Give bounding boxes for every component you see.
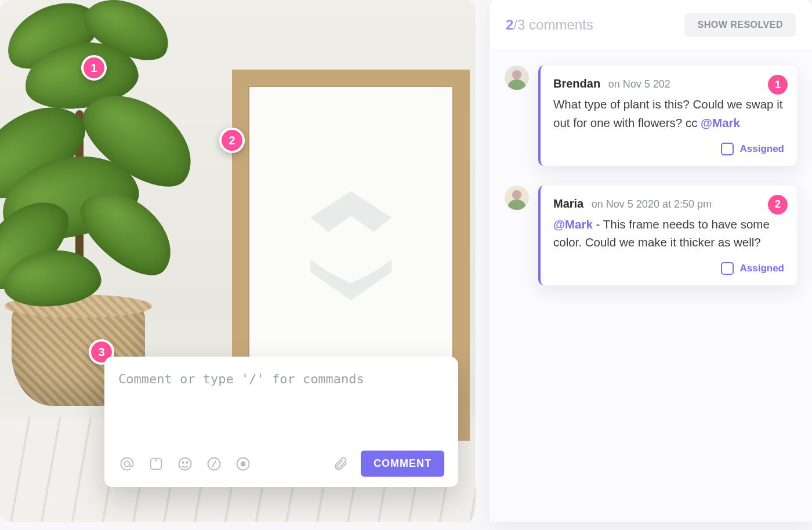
comment-meta: Maria on Nov 5 2020 at 2:50 pm [553, 197, 784, 210]
annotation-pin-2[interactable]: 2 [219, 128, 245, 153]
assigned-label: Assigned [740, 263, 784, 274]
comment-body: @Mark - This frame needs to have some co… [553, 215, 784, 252]
record-icon[interactable] [234, 455, 252, 473]
emoji-icon[interactable] [176, 455, 194, 473]
comments-panel: 2/3 comments SHOW RESOLVED 1 Brendan on … [490, 0, 812, 522]
mention[interactable]: @Mark [701, 116, 740, 129]
assigned-row: Assigned [553, 262, 784, 275]
mention[interactable]: @Mark [553, 217, 593, 231]
annotation-pin-1[interactable]: 1 [81, 55, 107, 81]
svg-point-7 [241, 462, 245, 466]
comments-list: 1 Brendan on Nov 5 202 What type of plan… [490, 50, 812, 522]
comment-item: 1 Brendan on Nov 5 202 What type of plan… [505, 66, 797, 166]
slash-command-icon[interactable] [205, 455, 223, 473]
svg-point-4 [186, 462, 187, 463]
comment-author: Brendan [553, 77, 600, 90]
comment-input[interactable] [118, 372, 444, 451]
comments-header: 2/3 comments SHOW RESOLVED [490, 0, 812, 50]
comment-card[interactable]: 1 Brendan on Nov 5 202 What type of plan… [538, 66, 797, 166]
comment-meta: Brendan on Nov 5 202 [553, 77, 784, 90]
proof-image-panel: 1 2 3 COMMENT [0, 0, 476, 522]
svg-point-0 [124, 461, 129, 466]
comment-author: Maria [553, 197, 583, 210]
comment-pin-badge[interactable]: 2 [768, 195, 788, 215]
avatar[interactable] [505, 186, 529, 210]
avatar[interactable] [505, 66, 529, 90]
comment-composer: COMMENT [104, 357, 458, 487]
count-current: 2 [506, 17, 513, 32]
mention-icon[interactable] [118, 455, 136, 473]
show-resolved-button[interactable]: SHOW RESOLVED [684, 13, 796, 37]
task-icon[interactable] [147, 455, 165, 473]
svg-point-3 [182, 462, 183, 463]
comment-pin-badge[interactable]: 1 [768, 75, 788, 95]
comment-body: What type of plant is this? Could we swa… [553, 95, 784, 132]
assigned-row: Assigned [553, 143, 784, 155]
comment-date: on Nov 5 2020 at 2:50 pm [592, 198, 712, 210]
count-total: 3 comments [517, 17, 593, 32]
comment-date: on Nov 5 202 [608, 78, 670, 90]
assigned-label: Assigned [740, 143, 784, 155]
composer-toolbar: COMMENT [118, 451, 444, 477]
assigned-checkbox[interactable] [721, 143, 734, 155]
submit-comment-button[interactable]: COMMENT [361, 451, 444, 477]
comments-count: 2/3 comments [506, 17, 593, 33]
assigned-checkbox[interactable] [721, 262, 734, 275]
brand-logo-watermark [287, 191, 415, 319]
comment-card[interactable]: 2 Maria on Nov 5 2020 at 2:50 pm @Mark -… [538, 186, 797, 286]
svg-point-2 [179, 458, 191, 470]
comment-item: 2 Maria on Nov 5 2020 at 2:50 pm @Mark -… [505, 186, 797, 286]
attachment-icon[interactable] [332, 455, 349, 473]
